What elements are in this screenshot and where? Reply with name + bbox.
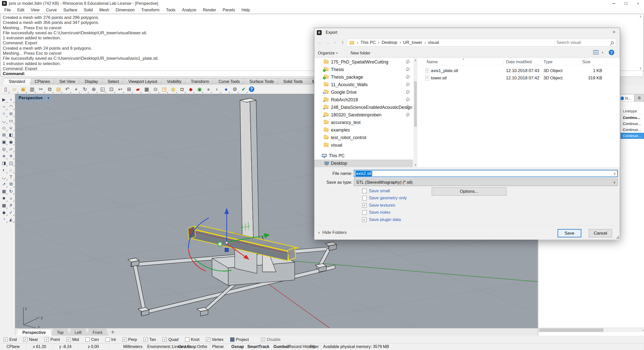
osnap-toggle[interactable]: End	[4, 337, 17, 342]
up-icon[interactable]: ↑	[339, 39, 347, 46]
viewport-title[interactable]: Perspective ▼	[17, 95, 52, 101]
osnap-toggle[interactable]: Knot	[185, 337, 199, 342]
zoom-extents-icon[interactable]: ⊡	[108, 86, 115, 93]
status-segment[interactable]: Filter	[308, 343, 321, 350]
osnap-toggle[interactable]: Vertex	[206, 337, 224, 342]
surface-icon[interactable]: ◧	[8, 131, 15, 138]
sidebar-folder-item[interactable]: examples	[314, 126, 413, 134]
history-dropdown-icon[interactable]: ∨	[331, 39, 339, 46]
text-icon[interactable]: T	[8, 174, 15, 181]
menu-item[interactable]: Solid	[81, 7, 96, 13]
point-cloud-icon[interactable]: ∴	[8, 167, 15, 174]
scroll-up-icon[interactable]: ∧	[639, 15, 642, 18]
save-notes-checkbox[interactable]: Save notes	[362, 210, 390, 215]
save-textures-checkbox[interactable]: Save textures	[362, 203, 395, 208]
sidebar-folder-item[interactable]: visual	[314, 141, 413, 149]
toolbar-tab[interactable]: Surface Tools	[243, 78, 281, 85]
viewport-tab[interactable]: Top	[51, 329, 70, 336]
osnap-toggle[interactable]: Int	[106, 337, 116, 342]
copy-icon[interactable]: ⧉	[46, 86, 53, 93]
osnap-toggle[interactable]: Perp	[122, 337, 137, 342]
sidebar-folder-item[interactable]: Thesis	[314, 66, 413, 73]
zoom-icon[interactable]: ⊕	[90, 86, 97, 93]
toolbar-tab[interactable]: Viewport Layout	[122, 78, 164, 85]
status-segment[interactable]: CPlane	[0, 343, 26, 350]
undo-view-icon[interactable]: ↩	[117, 86, 124, 93]
menu-item[interactable]: Panels	[219, 7, 238, 13]
gear-icon[interactable]: ⚙	[231, 86, 239, 93]
toolbar-tab[interactable]: Transform	[184, 78, 216, 85]
scroll-right-icon[interactable]: ›	[642, 328, 644, 332]
panel-tab-settings[interactable]: ⚙	[634, 94, 644, 102]
sidebar-folder-item[interactable]: 248_DataScienceEnabledAcousticDesign	[314, 104, 413, 111]
menu-item[interactable]: Analyze	[179, 7, 200, 13]
circle-icon[interactable]: ○	[1, 110, 8, 117]
column-header-name[interactable]: Name	[427, 59, 438, 64]
forward-icon[interactable]: →	[324, 39, 331, 46]
linetype-cell[interactable]: Continuo...	[621, 133, 644, 139]
hatch-icon[interactable]: ▩	[1, 202, 8, 209]
pan-icon[interactable]: ⌖	[73, 86, 80, 93]
osnap-toggle[interactable]: Quad	[162, 337, 178, 342]
copy-object-icon[interactable]: ⧉	[8, 181, 15, 188]
sidebar-folder-item[interactable]: accurancy_test	[314, 119, 413, 126]
osnap-toggle[interactable]: Cen	[85, 337, 99, 342]
trim-icon[interactable]: ◨	[1, 160, 8, 167]
viewport-tab[interactable]: Left	[68, 329, 88, 336]
sidebar-folder-item[interactable]: Google Drive	[314, 88, 413, 96]
toolbar-tab[interactable]: Standard	[2, 78, 32, 85]
osnap-toggle[interactable]: Point	[45, 337, 60, 342]
ellipse-icon[interactable]: ⊖	[8, 110, 15, 117]
select-cursor-icon[interactable]: ▶	[1, 96, 8, 103]
open-file-icon[interactable]: ▱	[11, 86, 18, 93]
toolbar-tab[interactable]: Solid Tools	[277, 78, 310, 85]
box-icon[interactable]: ▣	[1, 138, 8, 145]
point-icon[interactable]: ∘	[8, 96, 15, 103]
dialog-close-button[interactable]: ×	[608, 28, 620, 36]
file-name-input[interactable]: axis2.stl ∨	[354, 170, 618, 177]
status-segment[interactable]: Planar	[210, 343, 226, 350]
sidebar-scrollbar[interactable]: ∧ ∨	[414, 58, 417, 167]
zoom-window-icon[interactable]: ◱	[99, 86, 106, 93]
print-icon[interactable]: ▥	[28, 86, 36, 93]
help-icon[interactable]: ?	[609, 50, 614, 55]
dialog-title-bar[interactable]: R Export	[314, 28, 620, 37]
plan-view-icon[interactable]: ▦	[143, 86, 150, 93]
extract-icon[interactable]: ✳	[8, 152, 15, 160]
viewport-title-menu-icon[interactable]: ▼	[47, 97, 50, 100]
scroll-up-icon[interactable]: ∧	[414, 59, 417, 62]
status-segment[interactable]: SmartTrack	[249, 343, 267, 350]
sidebar-folder-item[interactable]: test_robot_control	[314, 134, 413, 141]
linetype-cell[interactable]: Continuo...	[621, 121, 644, 127]
menu-item[interactable]: Curve	[43, 7, 60, 13]
viewport-tab[interactable]: Front	[86, 329, 109, 336]
paint-icon[interactable]: ◭	[8, 216, 15, 223]
cplane-icon[interactable]: ⊙	[152, 86, 159, 93]
save-plugin-data-checkbox[interactable]: Save plugin data	[362, 217, 401, 222]
view-mode-icon[interactable]	[593, 50, 599, 55]
breadcrumb-ur-tower[interactable]: UR_tower	[403, 40, 423, 45]
toolbar-tab[interactable]: CPlanes	[28, 78, 57, 85]
file-row-axis1-plate[interactable]: axis1_plate.stl 12.10.2018 07:43 3D Obje…	[418, 67, 619, 75]
menu-item[interactable]: Tools	[163, 7, 179, 13]
search-icon[interactable]	[611, 41, 614, 44]
menu-item[interactable]: File	[1, 7, 14, 13]
status-segment[interactable]: Record History	[296, 343, 308, 350]
check-icon[interactable]: ✓	[8, 209, 15, 216]
scrollbar-thumb[interactable]	[539, 328, 603, 332]
rendered-mode-icon[interactable]: ◉	[196, 86, 203, 93]
sphere-icon[interactable]: ◉	[8, 138, 15, 145]
object-snap-icon[interactable]: ◳	[161, 86, 168, 93]
column-header-type[interactable]: Type	[544, 59, 553, 64]
paste-icon[interactable]: ▤	[55, 86, 62, 93]
lamp-icon[interactable]: ◍	[170, 86, 177, 93]
osnap-toggle[interactable]: Project	[230, 337, 249, 342]
ghosted-mode-icon[interactable]: ●	[205, 86, 212, 93]
history-icon[interactable]: ✔	[240, 86, 247, 93]
osnap-toggle[interactable]: Disable	[261, 337, 281, 342]
search-input[interactable]	[557, 40, 609, 45]
status-segment[interactable]: Available physical memory: 3579 MB	[321, 343, 644, 350]
toolbar-tab[interactable]: Curve Tools	[212, 78, 247, 85]
status-segment[interactable]: Grid Snap	[180, 343, 194, 350]
osnap-toggle[interactable]: Mid	[66, 337, 79, 342]
